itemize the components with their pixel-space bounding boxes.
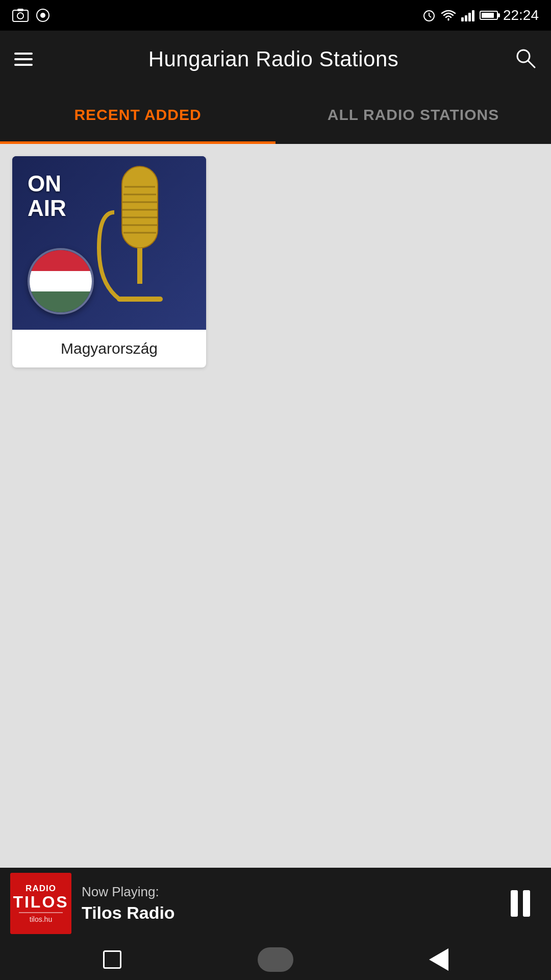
search-button[interactable] bbox=[514, 47, 537, 71]
alarm-icon bbox=[422, 9, 436, 22]
on-air-text: ONAIR bbox=[28, 172, 66, 221]
status-time: 22:24 bbox=[503, 7, 539, 23]
svg-point-1 bbox=[17, 13, 23, 19]
photo-icon bbox=[12, 8, 29, 22]
svg-rect-10 bbox=[122, 166, 158, 248]
now-playing-station: Tilos Radio bbox=[82, 903, 490, 923]
svg-rect-2 bbox=[17, 9, 23, 11]
now-playing-label: Now Playing: bbox=[82, 884, 490, 900]
svg-point-4 bbox=[40, 13, 45, 18]
signal-icon bbox=[461, 9, 474, 21]
recent-apps-icon bbox=[103, 950, 121, 969]
nav-home-button[interactable] bbox=[258, 942, 293, 977]
app-bar: Hungarian Radio Stations bbox=[0, 31, 551, 88]
menu-button[interactable] bbox=[14, 53, 33, 66]
pause-bar-left bbox=[511, 890, 518, 917]
tab-recent-added[interactable]: RECENT ADDED bbox=[0, 88, 276, 144]
microphone-icon bbox=[84, 161, 196, 314]
home-icon bbox=[258, 947, 293, 972]
main-content: ONAIR bbox=[0, 144, 551, 868]
notification-icon bbox=[36, 8, 50, 22]
pause-bar-right bbox=[523, 890, 530, 917]
station-card-image: ONAIR bbox=[12, 156, 206, 330]
logo-small-text: tilos.hu bbox=[30, 915, 52, 923]
nav-bar bbox=[0, 939, 551, 980]
svg-line-7 bbox=[429, 16, 431, 17]
back-icon bbox=[429, 948, 448, 971]
status-bar-left-icons bbox=[12, 8, 50, 22]
station-card[interactable]: ONAIR bbox=[12, 156, 206, 368]
wifi-icon bbox=[441, 9, 456, 22]
now-playing-info: Now Playing: Tilos Radio bbox=[82, 884, 490, 923]
status-bar: 22:24 bbox=[0, 0, 551, 31]
status-bar-right-icons: 22:24 bbox=[422, 7, 539, 23]
tab-all-radio-stations[interactable]: ALL RADIO STATIONS bbox=[276, 88, 551, 144]
logo-tilos-text: TILOS bbox=[13, 894, 68, 910]
pause-button[interactable] bbox=[500, 883, 541, 924]
svg-line-9 bbox=[528, 61, 535, 67]
logo-radio-text: RADIO bbox=[26, 884, 56, 894]
nav-recent-button[interactable] bbox=[94, 942, 130, 977]
svg-rect-0 bbox=[13, 10, 28, 21]
radio-logo: RADIO TILOS tilos.hu bbox=[10, 873, 71, 934]
tabs-container: RECENT ADDED ALL RADIO STATIONS bbox=[0, 88, 551, 144]
app-title: Hungarian Radio Stations bbox=[148, 47, 399, 71]
battery-icon bbox=[480, 11, 498, 20]
now-playing-bar: RADIO TILOS tilos.hu Now Playing: Tilos … bbox=[0, 868, 551, 939]
station-name: Magyarország bbox=[12, 330, 206, 368]
nav-back-button[interactable] bbox=[421, 942, 457, 977]
